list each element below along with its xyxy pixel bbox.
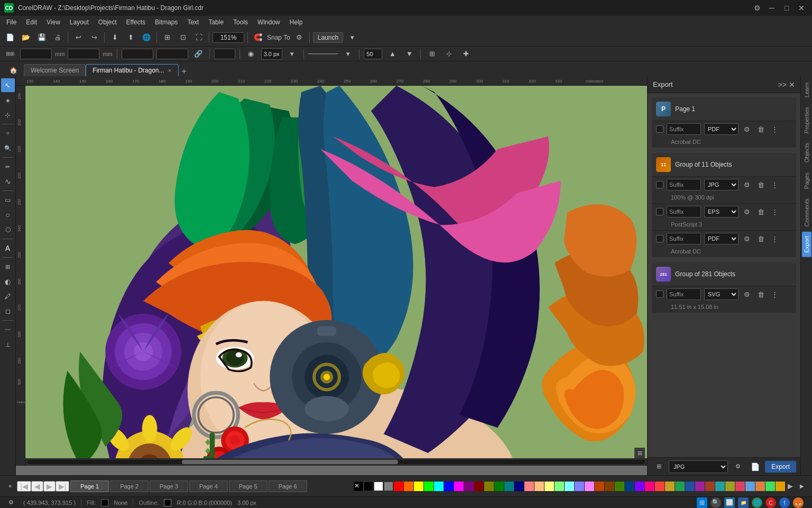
color-swatch-amber[interactable]	[776, 482, 785, 491]
welcome-tab[interactable]: Welcome Screen	[24, 64, 86, 76]
save-button[interactable]: 💾	[35, 31, 49, 44]
group11-jpg-checkbox[interactable]	[656, 181, 663, 188]
color-swatch-black[interactable]	[364, 482, 373, 491]
menu-object[interactable]: Object	[94, 17, 121, 27]
color-swatch-steelblue[interactable]	[625, 482, 634, 491]
color-swatch-yellow[interactable]	[414, 482, 423, 491]
export-action-button[interactable]: Export	[765, 461, 796, 473]
zoom-to-fit-btn[interactable]: ⊞	[634, 448, 645, 458]
group11-eps-suffix[interactable]	[667, 206, 701, 217]
color-swatch-emerald[interactable]	[675, 482, 685, 491]
group11-jpg-suffix[interactable]	[667, 179, 701, 190]
new-tab-button[interactable]: +	[179, 67, 190, 76]
ellipse-tool[interactable]: ○	[1, 208, 15, 222]
page-next-btn[interactable]: ▶|	[56, 481, 70, 492]
search-btn[interactable]: 🔍	[710, 497, 721, 508]
color-swatch-khaki[interactable]	[725, 482, 735, 491]
freehand-tool[interactable]: ✏	[1, 160, 15, 174]
color-swatch-cobalt[interactable]	[685, 482, 695, 491]
group11-jpg-delete-icon[interactable]: 🗑	[755, 179, 766, 190]
color-swatch-ltred[interactable]	[524, 482, 534, 491]
export-button[interactable]: ⬆	[124, 31, 137, 44]
group281-svg-more-icon[interactable]: ⋮	[769, 289, 780, 300]
export-settings-btn[interactable]: ⚙	[731, 460, 745, 474]
page-tab-3[interactable]: Page 3	[150, 480, 188, 492]
group11-pdf-delete-icon[interactable]: 🗑	[755, 233, 766, 244]
snap-settings-button[interactable]: ⚙	[292, 31, 306, 44]
menu-layout[interactable]: Layout	[66, 17, 93, 27]
expand-panel-btn[interactable]: >>	[778, 80, 787, 89]
color-swatch-magenta[interactable]	[454, 482, 464, 491]
eyedropper-tool[interactable]: 🖍	[1, 289, 15, 303]
rectangle-tool[interactable]: ▭	[1, 193, 15, 207]
page1-pdf-more-icon[interactable]: ⋮	[769, 124, 780, 134]
line-style-btn[interactable]: ▾	[285, 47, 299, 61]
node-tool[interactable]: ◈	[1, 93, 15, 107]
window-controls[interactable]: ⚙ ─ □ ✕	[751, 2, 808, 14]
color-swatch-olive[interactable]	[484, 482, 494, 491]
new-button[interactable]: 📄	[3, 31, 17, 44]
color-swatch-ltmagenta[interactable]	[585, 482, 594, 491]
print-button[interactable]: 🖨	[51, 31, 64, 44]
group11-eps-format[interactable]: EPSJPGPDFSVGPNG	[704, 206, 739, 217]
windows-btn[interactable]: ⊞	[697, 497, 707, 508]
group11-pdf-format[interactable]: PDFJPGEPSSVGPNG	[704, 233, 739, 244]
text-tool[interactable]: A	[1, 241, 15, 255]
minimize-button[interactable]: ─	[765, 2, 778, 14]
file-explorer-btn[interactable]: 📁	[738, 497, 749, 508]
objects-tab[interactable]: Objects	[802, 139, 811, 167]
full-screen-button[interactable]: ⛶	[192, 31, 206, 44]
color-swatch-yellowgreen[interactable]	[615, 482, 624, 491]
launch-button[interactable]: Launch	[313, 32, 343, 43]
group281-svg-checkbox[interactable]	[656, 291, 663, 298]
color-swatch-blue[interactable]	[444, 482, 454, 491]
snap-nodes-btn[interactable]: ⊹	[442, 47, 456, 61]
facebook-btn[interactable]: f	[779, 497, 790, 508]
angle-input[interactable]: 0.0	[214, 49, 235, 59]
color-swatch-ltcyan[interactable]	[565, 482, 574, 491]
color-swatch-orange[interactable]	[404, 482, 413, 491]
color-swatch-turquoise[interactable]	[715, 482, 725, 491]
blend-tool[interactable]: ⊞	[1, 260, 15, 274]
page1-pdf-delete-icon[interactable]: 🗑	[755, 124, 766, 134]
color-swatch-maroon[interactable]	[474, 482, 484, 491]
learn-tab[interactable]: Learn	[802, 78, 811, 102]
color-swatch-none[interactable]: ✕	[354, 482, 363, 491]
pointer-tool[interactable]: ↖	[1, 78, 15, 92]
group281-svg-suffix[interactable]	[667, 288, 701, 300]
color-swatch-cyan[interactable]	[434, 482, 444, 491]
zoom-input[interactable]: 151%	[213, 32, 244, 43]
menu-tools[interactable]: Tools	[229, 17, 252, 27]
page-play-btn[interactable]: ▶	[43, 481, 56, 492]
close-panel-btn[interactable]: ✕	[789, 80, 795, 89]
export-add-btn[interactable]: 📄	[748, 460, 762, 474]
group11-eps-checkbox[interactable]	[656, 208, 663, 215]
open-button[interactable]: 📂	[19, 31, 33, 44]
page1-pdf-suffix[interactable]	[667, 123, 701, 135]
lock-ratio-btn[interactable]: 🔗	[191, 47, 205, 61]
menu-help[interactable]: Help	[285, 17, 307, 27]
export-tab[interactable]: Export	[802, 232, 811, 257]
corner-radius-input[interactable]	[364, 49, 382, 59]
add-node-btn[interactable]: ✚	[459, 47, 473, 61]
fill-color-preview[interactable]	[101, 499, 108, 506]
add-page-btn[interactable]: +	[3, 479, 17, 493]
tab-close-icon[interactable]: ✕	[168, 68, 172, 74]
page1-pdf-format[interactable]: PDFJPGEPSSVGPNG	[704, 123, 739, 135]
color-swatch-white[interactable]	[374, 482, 383, 491]
color-swatch-purple2[interactable]	[695, 482, 705, 491]
properties-tab[interactable]: Properties	[802, 103, 811, 138]
page-tab-2[interactable]: Page 2	[110, 480, 149, 492]
menu-table[interactable]: Table	[204, 17, 228, 27]
y-input[interactable]: 205.655 mm	[68, 49, 99, 59]
undo-button[interactable]: ↩	[71, 31, 85, 44]
home-tab[interactable]: 🏠	[3, 65, 24, 76]
settings-gear-btn[interactable]: ⚙	[4, 496, 18, 509]
import-button[interactable]: ⬇	[108, 31, 122, 44]
menu-bitmaps[interactable]: Bitmaps	[151, 17, 182, 27]
group11-pdf-more-icon[interactable]: ⋮	[769, 233, 780, 244]
color-swatch-crimson[interactable]	[735, 482, 745, 491]
firefox-btn[interactable]: 🦊	[793, 497, 804, 508]
page1-pdf-checkbox[interactable]	[656, 125, 663, 133]
group11-pdf-suffix[interactable]	[667, 233, 701, 244]
